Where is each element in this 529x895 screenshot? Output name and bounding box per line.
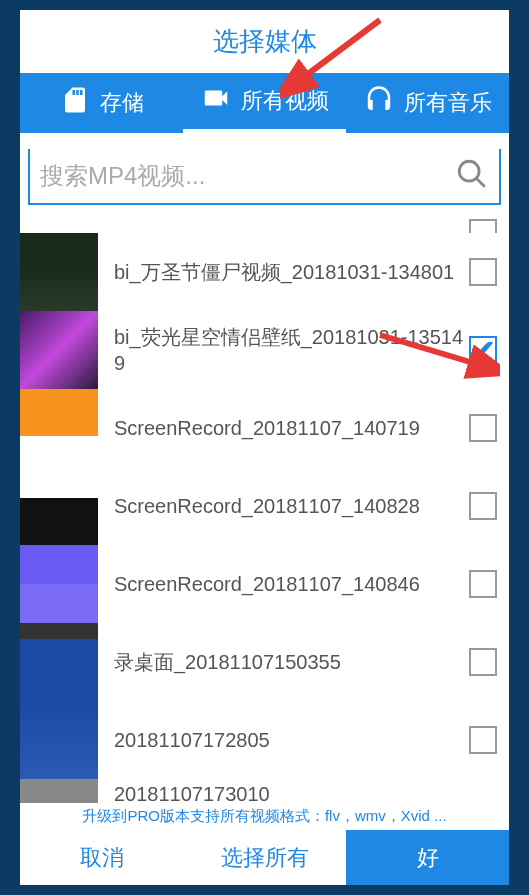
dialog-title: 选择媒体 xyxy=(20,10,509,73)
headphones-icon xyxy=(364,85,394,121)
checkbox[interactable] xyxy=(469,414,497,442)
search-field-wrap xyxy=(28,149,501,205)
search-input[interactable] xyxy=(40,162,455,190)
list-item[interactable]: ScreenRecord_20181107_140719 xyxy=(20,389,509,467)
item-title: bi_荧光星空情侣壁纸_20181031-135149 xyxy=(114,324,469,376)
item-title: 20181107173010 xyxy=(114,779,497,803)
item-title: ScreenRecord_20181107_140719 xyxy=(114,415,469,441)
checkbox[interactable] xyxy=(469,219,497,233)
checkbox[interactable] xyxy=(469,336,497,364)
item-title: bi_万圣节僵尸视频_20181031-134801 xyxy=(114,259,469,285)
item-title: ScreenRecord_20181107_140828 xyxy=(114,493,469,519)
tab-all-music[interactable]: 所有音乐 xyxy=(346,73,509,133)
tab-storage[interactable]: 存储 xyxy=(20,73,183,133)
thumbnail xyxy=(20,467,98,545)
checkbox[interactable] xyxy=(469,258,497,286)
list-item[interactable]: 录桌面_20181107150355 xyxy=(20,623,509,701)
thumbnail xyxy=(20,545,98,623)
tab-label: 所有视频 xyxy=(241,86,329,116)
checkbox[interactable] xyxy=(469,648,497,676)
item-title: ScreenRecord_20181107_140846 xyxy=(114,571,469,597)
list-item[interactable]: bi_万圣节僵尸视频_20181031-134801 xyxy=(20,233,509,311)
item-title: 录桌面_20181107150355 xyxy=(114,649,469,675)
list-item[interactable]: bi_荧光星空情侣壁纸_20181031-135149 xyxy=(20,311,509,389)
footer-bar: 取消 选择所有 好 xyxy=(20,830,509,885)
tab-all-videos[interactable]: 所有视频 xyxy=(183,73,346,133)
thumbnail xyxy=(20,233,98,311)
tab-bar: 存储 所有视频 所有音乐 xyxy=(20,73,509,133)
thumbnail xyxy=(20,311,98,389)
thumbnail xyxy=(20,389,98,467)
item-title: 20181107172805 xyxy=(114,727,469,753)
thumbnail xyxy=(20,701,98,779)
list-item[interactable]: ScreenRecord_20181107_140828 xyxy=(20,467,509,545)
svg-line-1 xyxy=(476,178,485,187)
list-item[interactable]: 20181107172805 xyxy=(20,701,509,779)
video-camera-icon xyxy=(201,83,231,119)
thumbnail xyxy=(20,779,98,803)
tab-label: 所有音乐 xyxy=(404,88,492,118)
checkbox[interactable] xyxy=(469,726,497,754)
media-list[interactable]: bi_万圣节僵尸视频_20181031-134801 bi_荧光星空情侣壁纸_2… xyxy=(20,213,509,803)
checkbox[interactable] xyxy=(469,492,497,520)
select-all-button[interactable]: 选择所有 xyxy=(183,830,346,885)
upgrade-promo[interactable]: 升级到PRO版本支持所有视频格式：flv，wmv，Xvid ... xyxy=(20,803,509,830)
checkbox[interactable] xyxy=(469,570,497,598)
svg-point-0 xyxy=(459,161,479,181)
list-item-partial xyxy=(20,213,509,233)
cancel-button[interactable]: 取消 xyxy=(20,830,183,885)
search-icon[interactable] xyxy=(455,157,489,195)
ok-button[interactable]: 好 xyxy=(346,830,509,885)
tab-label: 存储 xyxy=(100,88,144,118)
media-picker-dialog: 选择媒体 存储 所有视频 所有音乐 xyxy=(20,10,509,885)
list-item[interactable]: ScreenRecord_20181107_140846 xyxy=(20,545,509,623)
thumbnail xyxy=(20,623,98,701)
sd-card-icon xyxy=(60,85,90,121)
list-item[interactable]: 20181107173010 xyxy=(20,779,509,803)
